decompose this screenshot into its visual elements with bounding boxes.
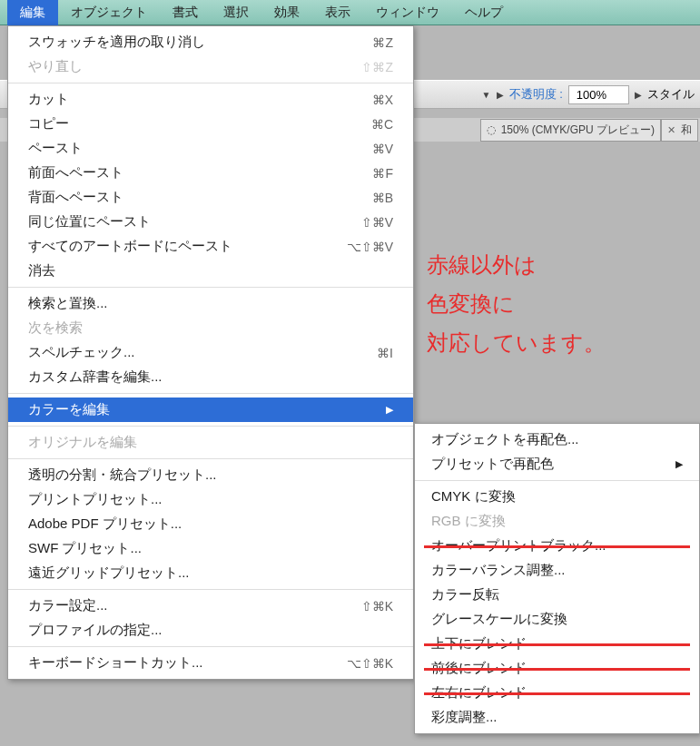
menu-item: オリジナルを編集 [8, 430, 413, 455]
chevron-right-icon: ▶ [386, 404, 393, 416]
menu-item-label: 次を検索 [28, 319, 83, 337]
menu-item[interactable]: グレースケールに変換 [415, 607, 699, 632]
menu-item[interactable]: 消去 [8, 259, 413, 283]
menu-separator [8, 646, 413, 647]
menu-item[interactable]: カラーバランス調整... [415, 558, 699, 583]
menu-item[interactable]: Adobe PDF プリセット... [8, 512, 413, 536]
menu-item-label: プリセットで再配色 [431, 456, 554, 473]
menu-item-label: やり直し [28, 58, 83, 75]
menu-item[interactable]: カラーを編集▶ [8, 398, 413, 422]
menu-item[interactable]: スウォッチを適用の取り消し⌘Z [8, 30, 413, 54]
menu-item-label: オーバープリントブラック... [431, 537, 606, 555]
menu-item[interactable]: カラー反転 [415, 583, 699, 607]
menu-item-label: すべてのアートボードにペースト [28, 238, 232, 255]
menu-item[interactable]: スペルチェック...⌘I [8, 340, 413, 365]
menu-item[interactable]: カスタム辞書を編集... [8, 365, 413, 389]
menu-separator [8, 393, 413, 394]
document-tab[interactable]: ✕ 和 [661, 119, 698, 142]
menu-shortcut: ⌘Z [372, 35, 393, 50]
menu-item-label: ペースト [28, 140, 83, 157]
menubar-item[interactable]: 編集 [7, 0, 58, 25]
menu-item-label: Adobe PDF プリセット... [28, 515, 182, 533]
menu-item[interactable]: 前後にブレンド [415, 656, 699, 681]
menu-item[interactable]: 左右にブレンド [415, 681, 699, 705]
edit-color-submenu: オブジェクトを再配色...プリセットで再配色▶CMYK に変換RGB に変換オー… [414, 423, 700, 734]
menu-item-label: スウォッチを適用の取り消し [28, 34, 205, 51]
menu-item[interactable]: 上下にブレンド [415, 632, 699, 656]
menu-item-label: 消去 [28, 262, 55, 280]
menu-item-label: 左右にブレンド [431, 684, 527, 702]
menu-item: やり直し⇧⌘Z [8, 54, 413, 79]
menu-item[interactable]: すべてのアートボードにペースト⌥⇧⌘V [8, 234, 413, 259]
chevron-right-icon[interactable]: ▶ [635, 90, 642, 100]
edit-menu-dropdown: スウォッチを適用の取り消し⌘Zやり直し⇧⌘Zカット⌘Xコピー⌘Cペースト⌘V前面… [7, 25, 414, 680]
menu-item[interactable]: 検索と置換... [8, 291, 413, 316]
annotation-text: 赤線以外は 色変換に 対応しています。 [427, 245, 606, 363]
menu-item[interactable]: プリントプリセット... [8, 487, 413, 512]
menu-item[interactable]: CMYK に変換 [415, 485, 699, 509]
menu-shortcut: ⌥⇧⌘K [347, 656, 393, 671]
menu-shortcut: ⇧⌘Z [361, 60, 393, 74]
menu-separator [8, 589, 413, 590]
opacity-field[interactable]: 100% [568, 85, 629, 104]
menu-separator [8, 426, 413, 427]
menu-item[interactable]: 遠近グリッドプリセット... [8, 561, 413, 585]
menu-item[interactable]: 透明の分割・統合プリセット... [8, 463, 413, 487]
close-icon[interactable]: ✕ [667, 124, 675, 136]
menu-shortcut: ⌘V [372, 142, 393, 156]
menu-item[interactable]: コピー⌘C [8, 112, 413, 136]
style-label: スタイル [647, 86, 695, 103]
menu-item-label: キーボードショートカット... [28, 654, 203, 672]
menu-item[interactable]: ペースト⌘V [8, 136, 413, 161]
menubar-item[interactable]: 表示 [312, 0, 363, 25]
menu-item[interactable]: オーバープリントブラック... [415, 534, 699, 558]
menu-shortcut: ⇧⌘V [361, 215, 393, 230]
menu-item-label: カスタム辞書を編集... [28, 368, 163, 386]
chevron-down-icon[interactable]: ▼ [482, 90, 491, 100]
menu-item[interactable]: プリセットで再配色▶ [415, 452, 699, 476]
menu-item[interactable]: キーボードショートカット...⌥⇧⌘K [8, 651, 413, 675]
opacity-label: 不透明度 : [509, 86, 563, 103]
menu-item-label: 彩度調整... [431, 709, 498, 726]
menu-item-label: CMYK に変換 [431, 488, 516, 506]
menu-item-label: 背面へペースト [28, 189, 123, 206]
menu-item: RGB に変換 [415, 509, 699, 534]
menu-item-label: SWF プリセット... [28, 540, 142, 557]
menu-item[interactable]: プロファイルの指定... [8, 618, 413, 643]
menu-item[interactable]: オブジェクトを再配色... [415, 427, 699, 452]
menubar-item[interactable]: ウィンドウ [363, 0, 452, 25]
tab-title: 和 [681, 123, 692, 138]
menu-item-label: プロファイルの指定... [28, 622, 163, 639]
tab-dirty-icon: ◌ [487, 123, 496, 136]
menu-item[interactable]: SWF プリセット... [8, 536, 413, 561]
menu-item[interactable]: 背面へペースト⌘B [8, 185, 413, 210]
menubar-item[interactable]: オブジェクト [58, 0, 160, 25]
chevron-right-icon: ▶ [675, 458, 683, 470]
menu-item-label: カラーを編集 [28, 401, 110, 418]
menubar: 編集オブジェクト書式選択効果表示ウィンドウヘルプ [0, 0, 700, 25]
tab-title: 150% (CMYK/GPU プレビュー) [501, 123, 655, 138]
menu-item[interactable]: カット⌘X [8, 87, 413, 112]
document-tab[interactable]: ◌ 150% (CMYK/GPU プレビュー) [480, 119, 661, 142]
menu-item-label: 同じ位置にペースト [28, 213, 151, 231]
menu-item-label: 前後にブレンド [431, 660, 527, 677]
menu-item[interactable]: 彩度調整... [415, 705, 699, 730]
menu-shortcut: ⌘I [377, 346, 393, 360]
menubar-item[interactable]: ヘルプ [452, 0, 516, 25]
menu-item-label: スペルチェック... [28, 344, 135, 361]
menu-item[interactable]: 同じ位置にペースト⇧⌘V [8, 210, 413, 234]
menubar-item[interactable]: 選択 [211, 0, 261, 25]
menu-shortcut: ⌥⇧⌘V [347, 240, 393, 254]
menu-item-label: カラー設定... [28, 597, 108, 614]
menu-shortcut: ⌘X [372, 93, 393, 107]
menubar-item[interactable]: 効果 [261, 0, 312, 25]
menu-shortcut: ⇧⌘K [361, 599, 393, 613]
menubar-item[interactable]: 書式 [160, 0, 211, 25]
menu-item[interactable]: カラー設定...⇧⌘K [8, 594, 413, 618]
menu-separator [415, 480, 699, 481]
menu-item: 次を検索 [8, 316, 413, 340]
chevron-right-icon[interactable]: ▶ [497, 90, 504, 100]
menu-item[interactable]: 前面へペースト⌘F [8, 161, 413, 185]
menu-separator [8, 287, 413, 288]
menu-item-label: 前面へペースト [28, 164, 123, 182]
